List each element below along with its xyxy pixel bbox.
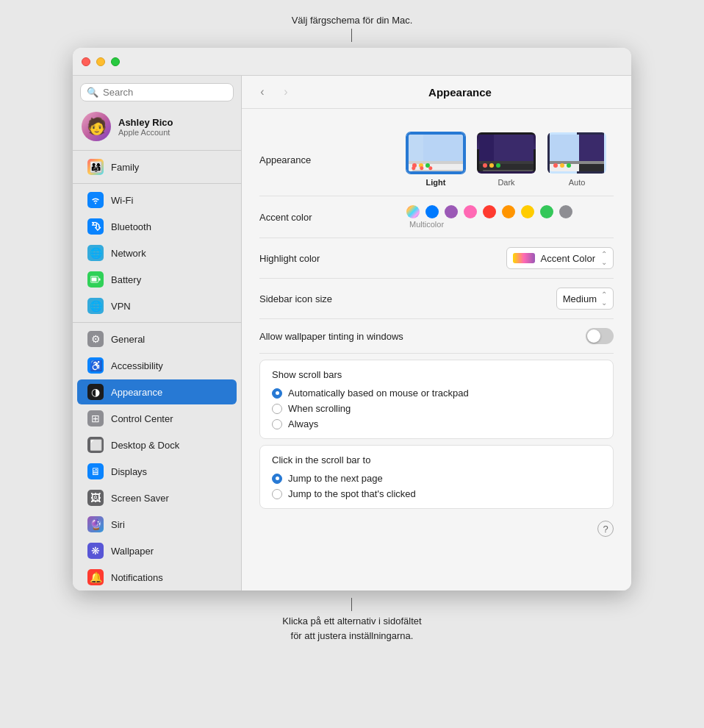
accent-colors: Multicolor	[406, 205, 572, 229]
scroll-scrolling-radio[interactable]	[272, 404, 282, 414]
forward-button[interactable]: ›	[277, 83, 295, 101]
tooltip-bottom: Klicka på ett alternativ i sidofältetför…	[282, 598, 421, 643]
sidebar-item-desktop-dock[interactable]: ⬜ Desktop & Dock	[77, 432, 237, 457]
theme-picker: Light	[406, 132, 614, 187]
sidebar-icon-size-label: Sidebar icon size	[259, 293, 406, 304]
close-button[interactable]	[82, 57, 90, 66]
highlight-color-picker[interactable]: Accent Color ⌃⌄	[506, 247, 614, 269]
accent-multicolor[interactable]	[406, 205, 420, 218]
tooltip-top: Välj färgschema för din Mac.	[292, 15, 413, 42]
svg-point-28	[567, 163, 571, 168]
help-area: ?	[259, 515, 614, 537]
accent-yellow[interactable]	[521, 205, 534, 218]
sidebar-item-accessibility[interactable]: ♿ Accessibility	[77, 353, 237, 378]
accent-graphite[interactable]	[559, 205, 572, 218]
click-spot-radio[interactable]	[272, 489, 282, 499]
theme-preview-light	[406, 132, 465, 174]
scroll-auto-option[interactable]: Automatically based on mouse or trackpad	[272, 388, 601, 399]
search-input[interactable]	[103, 87, 227, 98]
theme-option-dark[interactable]: Dark	[477, 132, 536, 187]
maximize-button[interactable]	[111, 57, 120, 66]
bluetooth-icon: ⮷	[87, 218, 104, 235]
sidebar-icon-size-picker[interactable]: Medium ⌃⌄	[556, 288, 614, 310]
svg-point-15	[483, 163, 487, 168]
minimize-button[interactable]	[96, 57, 105, 66]
sidebar-item-vpn[interactable]: 🌐 VPN	[77, 293, 237, 318]
accent-color-control: Multicolor	[406, 205, 614, 229]
sidebar-item-battery[interactable]: Battery	[77, 267, 237, 292]
settings-window: 🔍 🧑 Ashley Rico Apple Account 👨‍👩‍👧 Fami…	[73, 48, 631, 590]
highlight-chevron-icon: ⌃⌄	[601, 250, 607, 266]
svg-rect-20	[479, 135, 494, 161]
svg-rect-9	[412, 170, 464, 171]
wallpaper-tinting-control	[406, 328, 614, 344]
theme-label-light: Light	[426, 178, 446, 187]
sidebar-label-wallpaper: Wallpaper	[111, 546, 154, 557]
user-name: Ashley Rico	[118, 117, 173, 128]
accent-row	[406, 205, 572, 218]
svg-rect-14	[479, 161, 536, 164]
help-button[interactable]: ?	[597, 521, 614, 537]
theme-label-auto: Auto	[569, 178, 586, 187]
sidebar-item-family[interactable]: 👨‍👩‍👧 Family	[77, 154, 237, 179]
click-next-page-label: Jump to the next page	[288, 473, 383, 484]
accent-green[interactable]	[540, 205, 553, 218]
sidebar-item-bluetooth[interactable]: ⮷ Bluetooth	[77, 214, 237, 239]
click-next-page-option[interactable]: Jump to the next page	[272, 473, 601, 484]
displays-icon: 🖥	[87, 463, 104, 479]
scroll-always-radio[interactable]	[272, 419, 282, 429]
theme-preview-auto	[547, 132, 606, 174]
sidebar-icon-size-control: Medium ⌃⌄	[406, 288, 614, 310]
sidebar-item-wallpaper[interactable]: ❋ Wallpaper	[77, 538, 237, 563]
scroll-always-option[interactable]: Always	[272, 418, 601, 429]
scroll-bars-title: Show scroll bars	[272, 369, 601, 380]
accent-pink[interactable]	[464, 205, 477, 218]
appearance-row: Appearance	[259, 124, 614, 196]
sidebar-item-wifi[interactable]: Wi-Fi	[77, 188, 237, 213]
sidebar-label-vpn: VPN	[111, 301, 131, 312]
battery-icon	[87, 271, 104, 288]
click-next-page-radio[interactable]	[272, 474, 282, 484]
siri-icon: 🔮	[87, 516, 104, 532]
wallpaper-icon: ❋	[87, 543, 104, 559]
theme-option-light[interactable]: Light	[406, 132, 465, 187]
svg-rect-1	[99, 279, 101, 281]
sidebar-label-control-center: Control Center	[111, 413, 173, 424]
divider-2	[73, 183, 241, 184]
sidebar-label-accessibility: Accessibility	[111, 360, 163, 371]
svg-rect-19	[483, 173, 520, 174]
sidebar-item-siri[interactable]: 🔮 Siri	[77, 512, 237, 537]
sidebar-item-screen-saver[interactable]: 🖼 Screen Saver	[77, 485, 237, 510]
sidebar-item-general[interactable]: ⚙ General	[77, 326, 237, 351]
scroll-scrolling-option[interactable]: When scrolling	[272, 403, 601, 414]
svg-point-27	[560, 163, 564, 168]
control-center-icon: ⊞	[87, 410, 104, 427]
user-section[interactable]: 🧑 Ashley Rico Apple Account	[73, 106, 241, 147]
search-icon: 🔍	[87, 87, 98, 98]
highlight-preview	[513, 253, 535, 263]
accent-red[interactable]	[483, 205, 496, 218]
sidebar-label-battery: Battery	[111, 274, 141, 285]
wallpaper-tinting-toggle[interactable]	[586, 328, 614, 344]
theme-option-auto[interactable]: Auto	[547, 132, 606, 187]
click-spot-option[interactable]: Jump to the spot that's clicked	[272, 488, 601, 499]
scroll-auto-radio[interactable]	[272, 388, 282, 399]
vpn-icon: 🌐	[87, 298, 104, 314]
sidebar-item-appearance[interactable]: ◑ Appearance	[77, 379, 237, 404]
accent-blue[interactable]	[425, 205, 439, 218]
search-bar[interactable]: 🔍	[80, 83, 234, 101]
sidebar-label-general: General	[111, 334, 145, 345]
back-button[interactable]: ‹	[254, 83, 271, 101]
sidebar-item-network[interactable]: 🌐 Network	[77, 240, 237, 265]
sidebar-item-notifications[interactable]: 🔔 Notifications	[77, 565, 237, 590]
theme-preview-dark	[477, 132, 536, 174]
accent-purple[interactable]	[445, 205, 458, 218]
sidebar-label-family: Family	[111, 162, 139, 173]
svg-rect-18	[483, 170, 534, 171]
sidebar: 🔍 🧑 Ashley Rico Apple Account 👨‍👩‍👧 Fami…	[73, 76, 242, 590]
sidebar-item-control-center[interactable]: ⊞ Control Center	[77, 406, 237, 431]
panel-header: ‹ › Appearance	[242, 76, 631, 109]
size-chevron-icon: ⌃⌄	[601, 290, 607, 307]
accent-orange[interactable]	[502, 205, 515, 218]
sidebar-item-displays[interactable]: 🖥 Displays	[77, 459, 237, 484]
